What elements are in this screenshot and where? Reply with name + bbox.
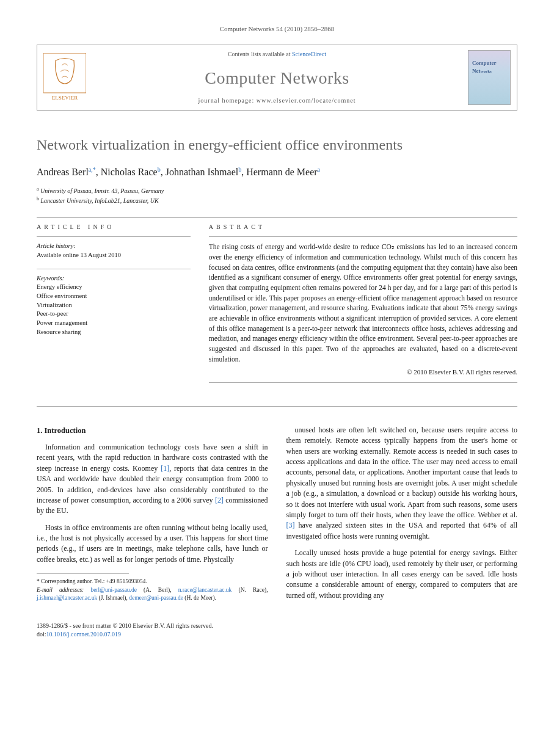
info-abstract-row: ARTICLE INFO Article history: Available … [37,223,517,387]
body-column-left: 1. Introduction Information and communic… [37,425,268,607]
email-link[interactable]: j.ishmael@lancaster.ac.uk [37,595,97,601]
abstract-copyright: © 2010 Elsevier B.V. All rights reserved… [209,368,517,377]
affiliation: a University of Passau, Innstr. 43, Pass… [37,186,517,195]
front-matter-line: 1389-1286/$ - see front matter © 2010 El… [37,622,517,630]
divider [37,406,517,407]
journal-cover-thumbnail: ComputerNetworks [468,50,511,105]
divider [37,236,191,237]
email-link[interactable]: n.race@lancaster.ac.uk [178,587,232,593]
history-text: Available online 13 August 2010 [37,251,191,260]
author-mark: b [158,166,161,173]
body-paragraph: unused hosts are often left switched on,… [286,425,518,542]
journal-header: ELSEVIER Contents lists available at Sci… [37,45,517,111]
ref-link[interactable]: [1] [161,464,169,473]
affiliation: b Lancaster University, InfoLab21, Lanca… [37,195,517,205]
author-name: Hermann de Meer [246,167,317,177]
divider [37,269,191,269]
body-paragraph: Locally unused hosts provide a huge pote… [286,548,518,601]
journal-name: Computer Networks [92,66,462,90]
author-name: Johnathan Ishmael [166,167,239,177]
publisher-logo-area: ELSEVIER [37,45,92,110]
affiliation-list: a University of Passau, Innstr. 43, Pass… [37,186,517,206]
keyword: Peer-to-peer [37,310,191,319]
article-history: Article history: Available online 13 Aug… [37,242,191,260]
cover-thumb-area: ComputerNetworks [462,45,517,110]
author-mark: b [238,166,241,173]
article-info-label: ARTICLE INFO [37,223,191,231]
email-link[interactable]: berl@uni-passau.de [90,587,137,593]
footnote-divider [37,573,129,574]
keyword: Virtualization [37,301,191,310]
citation-line: Computer Networks 54 (2010) 2856–2868 [37,24,517,34]
keyword: Resource sharing [37,328,191,337]
keyword: Power management [37,319,191,328]
doi-line: doi:10.1016/j.comnet.2010.07.019 [37,630,517,639]
body-paragraph: Information and communication technology… [37,442,268,517]
history-label: Article history: [37,242,191,251]
svg-text:ELSEVIER: ELSEVIER [52,95,78,101]
footer: 1389-1286/$ - see front matter © 2010 El… [37,622,517,639]
cover-title-text: ComputerNetworks [472,59,497,75]
author-mark: a,* [89,166,96,173]
ref-link[interactable]: [2] [215,496,224,504]
keywords-label: Keywords: [37,274,191,283]
author-list: Andreas Berla,*, Nicholas Raceb, Johnath… [37,165,517,180]
section-heading: 1. Introduction [37,425,268,436]
corresponding-line: * Corresponding author. Tel.: +49 851509… [37,578,268,586]
author-mark: a [318,166,320,173]
journal-header-center: Contents lists available at ScienceDirec… [92,45,462,110]
article-info-column: ARTICLE INFO Article history: Available … [37,223,191,387]
doi-link[interactable]: 10.1016/j.comnet.2010.07.019 [46,631,122,638]
corresponding-author-footnote: * Corresponding author. Tel.: +49 851509… [37,578,268,602]
author-name: Andreas Berl [37,167,89,177]
body-column-right: unused hosts are often left switched on,… [286,425,518,607]
contents-list-line: Contents lists available at ScienceDirec… [92,50,462,59]
keywords-block: Keywords: Energy efficiency Office envir… [37,274,191,337]
email-line: E-mail addresses: berl@uni-passau.de (A.… [37,586,268,603]
email-link[interactable]: demeer@uni-passau.de [129,595,183,601]
keyword: Office environment [37,292,191,301]
abstract-text: The rising costs of energy and world-wid… [209,242,517,364]
divider [209,382,517,383]
keyword: Energy efficiency [37,283,191,292]
journal-homepage: journal homepage: www.elsevier.com/locat… [92,96,462,105]
divider [209,236,517,237]
body-paragraph: Hosts in office environments are often r… [37,523,268,565]
elsevier-logo: ELSEVIER [43,53,86,102]
divider [37,217,517,218]
body-columns: 1. Introduction Information and communic… [37,425,517,607]
article-title: Network virtualization in energy-efficie… [37,135,517,156]
ref-link[interactable]: [3] [286,521,295,529]
author-name: Nicholas Race [101,167,158,177]
abstract-column: ABSTRACT The rising costs of energy and … [209,223,517,387]
sciencedirect-link[interactable]: ScienceDirect [292,51,326,57]
abstract-label: ABSTRACT [209,223,517,231]
svg-rect-0 [43,53,86,93]
